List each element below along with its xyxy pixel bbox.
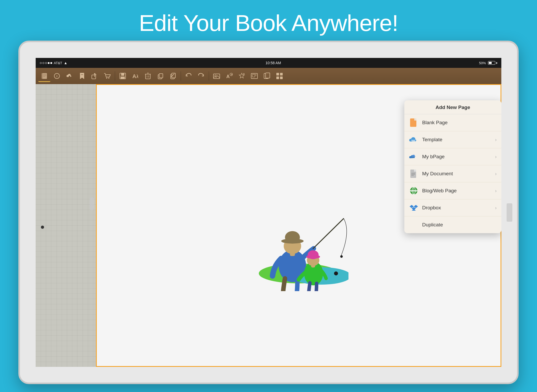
dropbox-chevron: ›	[495, 205, 497, 211]
svg-text:A: A	[132, 73, 136, 79]
status-right: 50%	[479, 61, 497, 65]
cart-icon[interactable]	[101, 70, 113, 82]
blog-web-label: Blog/Web Page	[422, 188, 493, 194]
battery-tip	[496, 62, 497, 64]
carrier-label: AT&T	[54, 61, 62, 65]
template-chevron: ›	[495, 137, 497, 143]
svg-text:A: A	[226, 74, 230, 79]
font-size-icon[interactable]: A A	[129, 70, 141, 82]
text-effects-icon[interactable]: A ✦	[223, 70, 235, 82]
template-label: Template	[422, 137, 493, 143]
main-content: Add New Page Blank Page	[36, 84, 501, 367]
svg-rect-1	[42, 73, 43, 79]
my-document-item[interactable]: My Document ›	[404, 165, 501, 182]
svg-rect-8	[92, 75, 96, 79]
toolbar-sep-1	[115, 71, 115, 81]
battery-fill	[489, 62, 492, 64]
trash-icon[interactable]	[142, 70, 154, 82]
media-icon[interactable]	[248, 70, 260, 82]
duplicate-icon	[409, 220, 418, 230]
duplicate-label: Duplicate	[422, 222, 497, 228]
popup-title: Add New Page	[404, 100, 501, 114]
grid-view-icon[interactable]	[273, 70, 286, 82]
battery-percent: 50%	[479, 61, 486, 65]
share-icon[interactable]	[89, 70, 101, 82]
status-time: 10:58 AM	[265, 61, 281, 65]
add-new-page-popup: Add New Page Blank Page	[404, 100, 501, 233]
svg-rect-39	[276, 73, 279, 75]
blank-page-icon	[409, 118, 418, 127]
template-item[interactable]: Template ›	[404, 131, 501, 148]
svg-point-10	[106, 78, 107, 79]
status-bar: AT&T ▲ 10:58 AM 50%	[36, 58, 501, 68]
dropbox-icon	[409, 203, 418, 213]
status-left: AT&T ▲	[40, 61, 67, 65]
header: Edit Your Book Anywhere!	[0, 0, 537, 46]
signal-dot-3	[45, 62, 47, 64]
battery-box	[488, 61, 495, 65]
svg-point-51	[340, 255, 343, 258]
ipad-frame: AT&T ▲ 10:58 AM 50%	[18, 41, 519, 384]
ipad-screen: AT&T ▲ 10:58 AM 50%	[36, 58, 501, 367]
dropbox-item[interactable]: Dropbox ›	[404, 199, 501, 216]
svg-text:✦: ✦	[230, 73, 233, 76]
signal-dot-1	[40, 62, 42, 64]
svg-rect-23	[159, 74, 163, 78]
bpage-chevron: ›	[495, 154, 497, 160]
blog-chevron: ›	[495, 188, 497, 194]
svg-rect-35	[252, 74, 255, 77]
paste-icon[interactable]	[167, 70, 179, 82]
svg-rect-17	[146, 74, 150, 79]
svg-rect-14	[121, 77, 125, 79]
pages-icon[interactable]	[261, 70, 273, 82]
redo-icon[interactable]	[195, 70, 207, 82]
info-icon[interactable]: i	[51, 70, 63, 82]
header-title: Edit Your Book Anywhere!	[139, 10, 398, 36]
svg-rect-40	[280, 73, 283, 75]
svg-point-36	[255, 74, 256, 75]
svg-rect-61	[414, 118, 416, 121]
battery-indicator	[488, 61, 497, 65]
svg-rect-27	[213, 74, 220, 79]
star-effects-icon[interactable]	[236, 70, 248, 82]
document-label: My Document	[422, 171, 493, 177]
document-chevron: ›	[495, 171, 497, 177]
svg-point-33	[243, 73, 245, 75]
svg-rect-41	[276, 77, 279, 79]
sidebar-scroll-indicator[interactable]	[90, 197, 94, 210]
svg-rect-65	[414, 170, 416, 172]
undo-icon[interactable]	[182, 70, 195, 82]
template-icon	[409, 135, 418, 144]
globe-icon	[409, 186, 418, 195]
svg-rect-13	[121, 73, 124, 76]
book-icon[interactable]	[38, 70, 50, 82]
my-bpage-item[interactable]: My bPage ›	[404, 148, 501, 165]
signal-dot-4	[48, 62, 50, 64]
svg-point-49	[285, 231, 300, 244]
svg-marker-76	[412, 209, 416, 211]
document-icon	[409, 169, 418, 178]
wifi-icon: ▲	[64, 61, 67, 65]
blog-web-item[interactable]: Blog/Web Page ›	[404, 182, 501, 199]
signal-dots	[40, 62, 52, 64]
dropbox-label: Dropbox	[422, 205, 493, 211]
cloud-upload-icon[interactable]	[63, 70, 76, 82]
svg-text:i: i	[56, 74, 57, 78]
ipad-side-button	[507, 203, 512, 222]
svg-point-59	[334, 271, 338, 275]
canvas-main: Add New Page Blank Page	[96, 84, 501, 367]
signal-dot-2	[42, 62, 44, 64]
signal-dot-5	[50, 62, 52, 64]
svg-rect-38	[266, 73, 270, 78]
save-icon[interactable]	[117, 70, 129, 82]
canvas-sidebar	[36, 84, 96, 367]
svg-point-11	[108, 78, 109, 79]
copy-icon[interactable]	[154, 70, 167, 82]
bpage-icon	[409, 152, 418, 161]
svg-rect-42	[280, 77, 283, 79]
blank-page-item[interactable]: Blank Page	[404, 114, 501, 131]
duplicate-item[interactable]: Duplicate	[404, 216, 501, 233]
toolbar-sep-3	[209, 71, 209, 81]
bookmark-icon[interactable]	[76, 70, 88, 82]
photo-icon[interactable]	[211, 70, 223, 82]
